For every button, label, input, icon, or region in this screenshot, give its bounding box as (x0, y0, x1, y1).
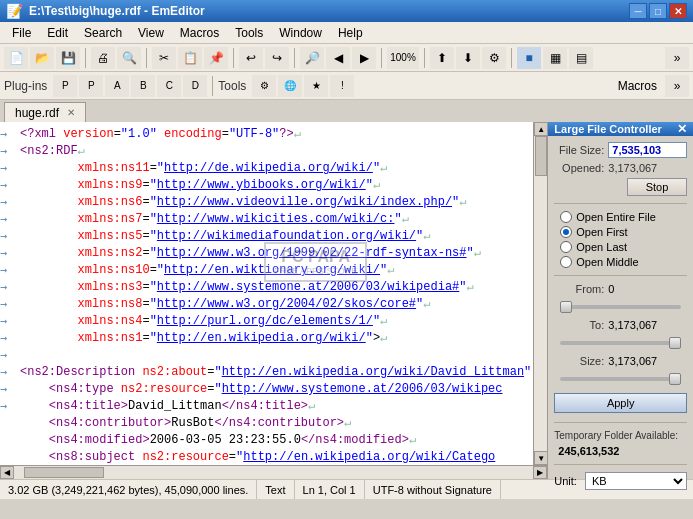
radio-open-entire-btn[interactable] (560, 211, 572, 223)
code-line: <?xml version="1.0" encoding="UTF-8"?>↵ (20, 126, 531, 143)
unit-row: Unit: KB MB GB (554, 472, 687, 490)
file-size-label: File Size: (554, 144, 604, 156)
copy-button[interactable]: 📋 (178, 47, 202, 69)
save-button[interactable]: 💾 (56, 47, 80, 69)
tab-close-button[interactable]: ✕ (67, 107, 75, 118)
plugin-btn2[interactable]: P (79, 75, 103, 97)
scroll-thumb[interactable] (535, 136, 547, 176)
radio-open-entire[interactable]: Open Entire File (560, 211, 687, 223)
radio-open-last[interactable]: Open Last (560, 241, 687, 253)
extra-btn2[interactable]: ▦ (543, 47, 567, 69)
plugin-btn6[interactable]: D (183, 75, 207, 97)
plugin-btn5[interactable]: C (157, 75, 181, 97)
from-slider-thumb[interactable] (560, 301, 572, 313)
size-slider[interactable] (554, 371, 687, 387)
file-size-row: File Size: 7,535,103 (554, 142, 687, 158)
code-line: xmlns:ns9="http://www.ybibooks.org/wiki/… (20, 177, 531, 194)
code-line: <ns2:RDF↵ (20, 143, 531, 160)
main-area: PC PAPA FREE APPS STORE → → → → → → → → (0, 122, 693, 479)
macros-more[interactable]: » (665, 75, 689, 97)
code-line: xmlns:ns7="http://www.wikicities.com/wik… (20, 211, 531, 228)
open-button[interactable]: 📂 (30, 47, 54, 69)
menu-edit[interactable]: Edit (39, 22, 76, 43)
print-button[interactable]: 🖨 (91, 47, 115, 69)
plugin-btn4[interactable]: B (131, 75, 155, 97)
editor-content[interactable]: <?xml version="1.0" encoding="UTF-8"?>↵ … (18, 122, 533, 465)
horizontal-scrollbar[interactable]: ◀ ▶ (0, 465, 547, 479)
print-preview-button[interactable]: 🔍 (117, 47, 141, 69)
radio-open-entire-label: Open Entire File (576, 211, 655, 223)
opened-value: 3,173,067 (608, 162, 657, 174)
zoom-button[interactable]: 100% (387, 47, 419, 69)
from-slider[interactable] (554, 299, 687, 315)
menu-help[interactable]: Help (330, 22, 371, 43)
apply-button[interactable]: Apply (554, 393, 687, 413)
settings-button[interactable]: ⚙ (482, 47, 506, 69)
tab-huge-rdf[interactable]: huge.rdf ✕ (4, 102, 86, 122)
scroll-right-button[interactable]: ▶ (533, 466, 547, 479)
scroll-down-button[interactable]: ▼ (534, 451, 547, 465)
menu-window[interactable]: Window (271, 22, 330, 43)
size-slider-thumb[interactable] (669, 373, 681, 385)
h-scroll-track[interactable] (14, 466, 533, 479)
plugin-btn1[interactable]: P (53, 75, 77, 97)
status-file-info: 3.02 GB (3,249,221,462 bytes), 45,090,00… (4, 480, 257, 499)
vertical-scrollbar[interactable]: ▲ ▼ (533, 122, 547, 465)
new-button[interactable]: 📄 (4, 47, 28, 69)
toolbar-sep1 (85, 48, 86, 68)
close-button[interactable]: ✕ (669, 3, 687, 19)
opened-row: Opened: 3,173,067 (554, 162, 687, 174)
paste-button[interactable]: 📌 (204, 47, 228, 69)
menu-view[interactable]: View (130, 22, 172, 43)
find-prev-button[interactable]: ◀ (326, 47, 350, 69)
scroll-left-button[interactable]: ◀ (0, 466, 14, 479)
tab-label: huge.rdf (15, 106, 59, 120)
minimize-button[interactable]: ─ (629, 3, 647, 19)
find-next-button[interactable]: ▶ (352, 47, 376, 69)
panel-close-button[interactable]: ✕ (677, 122, 687, 136)
prev-bookmark[interactable]: ⬆ (430, 47, 454, 69)
radio-open-middle-btn[interactable] (560, 256, 572, 268)
menu-tools[interactable]: Tools (227, 22, 271, 43)
to-slider-thumb[interactable] (669, 337, 681, 349)
h-scroll-thumb[interactable] (24, 467, 104, 478)
toolbar-row1: 📄 📂 💾 🖨 🔍 ✂ 📋 📌 ↩ ↪ 🔎 ◀ ▶ 100% ⬆ ⬇ ⚙ ■ ▦… (0, 44, 693, 72)
cut-button[interactable]: ✂ (152, 47, 176, 69)
status-position: Ln 1, Col 1 (295, 480, 365, 499)
to-slider[interactable] (554, 335, 687, 351)
radio-open-last-label: Open Last (576, 241, 627, 253)
menu-file[interactable]: File (4, 22, 39, 43)
extra-btn3[interactable]: ▤ (569, 47, 593, 69)
divider1 (554, 203, 687, 204)
next-bookmark[interactable]: ⬇ (456, 47, 480, 69)
menu-search[interactable]: Search (76, 22, 130, 43)
tools-btn2[interactable]: 🌐 (278, 75, 302, 97)
undo-button[interactable]: ↩ (239, 47, 263, 69)
code-line (20, 347, 531, 364)
arrow-line: → (0, 381, 18, 398)
tools-btn3[interactable]: ★ (304, 75, 328, 97)
extra-btn1[interactable]: ■ (517, 47, 541, 69)
from-row: From: 0 (554, 283, 687, 295)
arrow-line: → (0, 296, 18, 313)
more-button[interactable]: » (665, 47, 689, 69)
plugin-btn3[interactable]: A (105, 75, 129, 97)
to-row: To: 3,173,067 (554, 319, 687, 331)
menu-macros[interactable]: Macros (172, 22, 227, 43)
stop-button[interactable]: Stop (627, 178, 687, 196)
arrow-line: → (0, 143, 18, 160)
editor-scroll-area[interactable]: PC PAPA FREE APPS STORE → → → → → → → → (0, 122, 547, 465)
tools-btn1[interactable]: ⚙ (252, 75, 276, 97)
scroll-up-button[interactable]: ▲ (534, 122, 547, 136)
unit-select[interactable]: KB MB GB (585, 472, 687, 490)
redo-button[interactable]: ↪ (265, 47, 289, 69)
find-button[interactable]: 🔎 (300, 47, 324, 69)
radio-open-last-btn[interactable] (560, 241, 572, 253)
maximize-button[interactable]: □ (649, 3, 667, 19)
tools-btn4[interactable]: ! (330, 75, 354, 97)
radio-open-middle[interactable]: Open Middle (560, 256, 687, 268)
scroll-track[interactable] (534, 136, 547, 451)
code-line: <ns8:subject ns2:resource="http://en.wik… (20, 449, 531, 465)
radio-open-first-btn[interactable] (560, 226, 572, 238)
radio-open-first[interactable]: Open First (560, 226, 687, 238)
